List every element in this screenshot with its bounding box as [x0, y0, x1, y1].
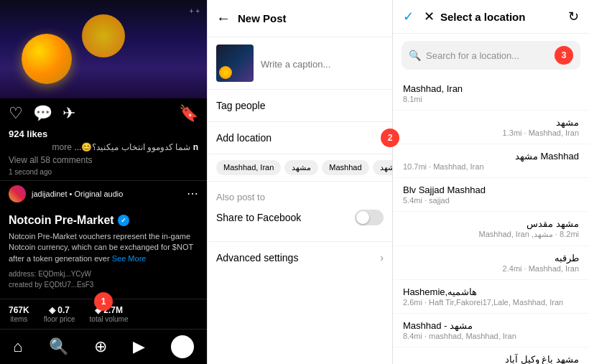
floor-label: floor price	[44, 315, 75, 323]
floor-icon: ◈	[49, 305, 55, 315]
close-icon[interactable]: ✕	[424, 9, 435, 24]
audio-options-icon[interactable]: ⋯	[187, 187, 198, 200]
list-item[interactable]: Hashemie,هاشمیه 2.6mi · Haft Tir,Fakorei…	[393, 280, 589, 314]
add-location-item[interactable]: Add location 2	[208, 122, 392, 154]
checkmark-icon[interactable]: ✓	[403, 9, 414, 24]
location-tag-3[interactable]: مشهد	[373, 160, 392, 175]
post-caption: n شما کدوموو انتخاب میکنید؟😊... more	[0, 142, 207, 155]
stats-bar: 1 767K items ◈ 0.7 floor price ◈ 2.7M to…	[0, 299, 207, 329]
post-actions-bar: ♡ 💬 ✈ 🔖	[0, 98, 207, 129]
location-tag-0[interactable]: Mashhad, Iran	[216, 160, 281, 175]
refresh-icon[interactable]: ↻	[568, 9, 579, 24]
location-name: Mashhad - مشهد	[403, 320, 579, 331]
location-name: Hashemie,هاشمیه	[403, 286, 579, 297]
location-name: Mashhad, Iran	[403, 83, 579, 94]
location-detail: 10.7mi · Mashhad, Iran	[403, 162, 579, 171]
post-image-inner: + +	[0, 0, 207, 98]
home-icon[interactable]: ⌂	[13, 337, 22, 356]
stat-items-label: items	[10, 315, 27, 323]
chevron-right-icon: ›	[380, 252, 384, 263]
stat-floor: ◈ 0.7 floor price	[44, 305, 75, 323]
location-search-input[interactable]	[426, 50, 549, 61]
audio-bar: jadijadinet • Original audio ⋯	[0, 180, 207, 207]
location-name: Blv Sajjad Mashhad	[403, 185, 579, 195]
stat-items-value: 767K	[9, 305, 29, 315]
verified-badge-icon: ✓	[118, 215, 129, 226]
location-detail: 2.4mi · Mashhad, Iran	[403, 264, 579, 273]
badge-1: 1	[94, 292, 113, 311]
search-nav-icon[interactable]: 🔍	[49, 337, 68, 356]
back-arrow-icon[interactable]: ←	[216, 10, 231, 27]
location-tag-2[interactable]: Mashhad	[322, 160, 368, 175]
audio-info: jadijadinet • Original audio	[32, 190, 123, 198]
new-post-panel: ← New Post Tag people Add location 2 Mas…	[207, 0, 392, 364]
location-detail: 2.6mi · Haft Tir,Fakorei17,Lale, Mashhad…	[403, 298, 579, 307]
facebook-toggle[interactable]	[355, 210, 384, 225]
location-header: ✓ ✕ Select a location ↻	[393, 0, 589, 34]
location-name: طرقبه	[403, 253, 579, 263]
select-location-panel: ✓ ✕ Select a location ↻ 🔍 3 Mashhad, Ira…	[392, 0, 589, 364]
post-title-text: Notcoin Pre-Market	[9, 214, 114, 227]
new-post-header: ← New Post	[208, 0, 392, 37]
badge-3: 3	[555, 46, 573, 65]
location-name: مشهد باغ وکیل آباد	[403, 354, 579, 364]
volume-label: total volume	[90, 315, 129, 323]
list-item[interactable]: مشهد 1.3mi · Mashhad, Iran	[393, 111, 589, 144]
comments-link[interactable]: View all 58 comments	[0, 155, 207, 168]
location-detail: 8.2mi · مشهد, Mashhad, Iran	[403, 230, 579, 239]
toggle-knob	[356, 211, 369, 224]
more-link[interactable]: more	[52, 142, 72, 152]
location-tags-row: Mashhad, Iran مشهد Mashhad مشهد Blv N	[208, 154, 392, 182]
post-content: Notcoin Pre-Market ✓ Notcoin Pre-Market …	[0, 207, 207, 299]
also-post-label: Also post to	[216, 192, 384, 202]
caption-input[interactable]	[261, 45, 384, 82]
bookmark-icon[interactable]: 🔖	[179, 104, 198, 123]
comment-icon[interactable]: 💬	[33, 104, 52, 123]
search-icon: 🔍	[409, 50, 421, 61]
new-post-title: New Post	[238, 12, 287, 24]
audio-avatar	[9, 185, 26, 202]
stat-items: 767K items	[9, 305, 29, 323]
also-post-section: Also post to Share to Facebook	[208, 182, 392, 242]
advanced-settings-item[interactable]: Advanced settings ›	[208, 242, 392, 274]
post-preview	[208, 37, 392, 90]
list-item[interactable]: Mashhad مشهد 10.7mi · Mashhad, Iran	[393, 144, 589, 178]
badge-2: 2	[381, 129, 399, 147]
add-icon[interactable]: ⊕	[94, 337, 107, 356]
stat-floor-value: ◈ 0.7	[49, 305, 70, 315]
list-item[interactable]: Mashhad - مشهد 8.4mi · mashhad, Mashhad,…	[393, 314, 589, 347]
caption-username[interactable]: n	[193, 142, 198, 152]
location-detail: 5.4mi · sajjad	[403, 196, 579, 205]
timestamp: 1 second ago	[0, 168, 207, 180]
list-item[interactable]: Blv Sajjad Mashhad 5.4mi · sajjad	[393, 178, 589, 212]
thumb-gold-circle	[219, 66, 232, 79]
heart-icon[interactable]: ♡	[9, 104, 23, 123]
post-thumbnail	[216, 45, 254, 82]
caption-text: شما کدوموو انتخاب میکنید؟😊...	[74, 142, 190, 152]
post-created: created by EQDtU7...EsF3	[9, 281, 198, 289]
share-icon[interactable]: ✈	[62, 104, 75, 123]
post-address: address: EQDmkj...YCyW	[9, 270, 198, 278]
location-detail: 8.1mi	[403, 95, 579, 103]
instagram-panel: + + ♡ 💬 ✈ 🔖 924 likes n شما کدوموو انتخا…	[0, 0, 207, 364]
profile-avatar[interactable]	[171, 335, 194, 358]
bottom-navigation: ⌂ 🔍 ⊕ ▶	[0, 329, 207, 364]
audio-user[interactable]: jadijadinet	[32, 190, 68, 198]
tag-people-item[interactable]: Tag people	[208, 90, 392, 122]
list-item[interactable]: طرقبه 2.4mi · Mashhad, Iran	[393, 246, 589, 280]
audio-label[interactable]: Original audio	[75, 190, 124, 198]
reels-icon[interactable]: ▶	[133, 337, 145, 356]
list-item[interactable]: مشهد مقدس 8.2mi · مشهد, Mashhad, Iran	[393, 212, 589, 246]
location-detail: 8.4mi · mashhad, Mashhad, Iran	[403, 332, 579, 340]
location-name: مشهد	[403, 117, 579, 128]
list-item[interactable]: مشهد باغ وکیل آباد 1.4mi · باغ وکیل آباد…	[393, 347, 589, 364]
location-name: Mashhad مشهد	[403, 151, 579, 162]
location-list: Mashhad, Iran 8.1mi مشهد 1.3mi · Mashhad…	[393, 77, 589, 364]
gold-circle-icon	[22, 34, 72, 84]
see-more-link[interactable]: See More	[112, 254, 147, 263]
advanced-settings-label: Advanced settings	[216, 252, 298, 263]
floor-val: 0.7	[57, 305, 70, 315]
list-item[interactable]: Mashhad, Iran 8.1mi	[393, 77, 589, 111]
tag-people-label: Tag people	[216, 100, 266, 111]
location-tag-1[interactable]: مشهد	[284, 160, 318, 175]
